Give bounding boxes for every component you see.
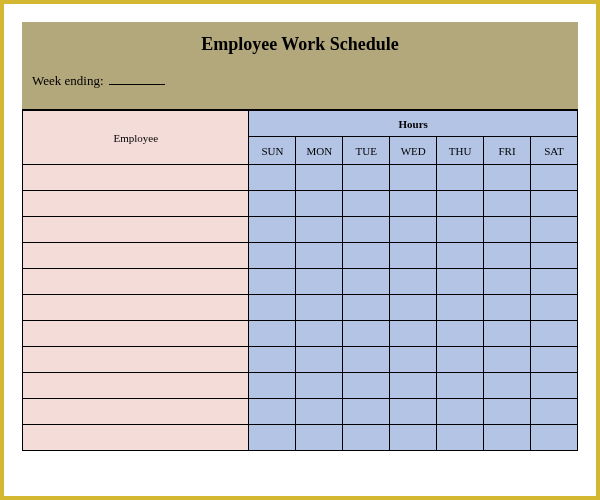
hour-cell[interactable] bbox=[437, 295, 484, 321]
hour-cell[interactable] bbox=[343, 243, 390, 269]
employee-cell[interactable] bbox=[23, 373, 249, 399]
hour-cell[interactable] bbox=[296, 269, 343, 295]
hour-cell[interactable] bbox=[296, 347, 343, 373]
hour-cell[interactable] bbox=[390, 217, 437, 243]
hour-cell[interactable] bbox=[249, 425, 296, 451]
week-ending-label: Week ending: bbox=[32, 73, 104, 89]
employee-cell[interactable] bbox=[23, 425, 249, 451]
hour-cell[interactable] bbox=[531, 295, 578, 321]
hour-cell[interactable] bbox=[249, 243, 296, 269]
hour-cell[interactable] bbox=[390, 269, 437, 295]
hour-cell[interactable] bbox=[484, 399, 531, 425]
hour-cell[interactable] bbox=[531, 269, 578, 295]
hour-cell[interactable] bbox=[296, 399, 343, 425]
hour-cell[interactable] bbox=[437, 425, 484, 451]
hour-cell[interactable] bbox=[390, 425, 437, 451]
hour-cell[interactable] bbox=[296, 295, 343, 321]
hour-cell[interactable] bbox=[343, 217, 390, 243]
hour-cell[interactable] bbox=[437, 217, 484, 243]
hour-cell[interactable] bbox=[437, 347, 484, 373]
hour-cell[interactable] bbox=[437, 191, 484, 217]
hour-cell[interactable] bbox=[484, 373, 531, 399]
hour-cell[interactable] bbox=[343, 165, 390, 191]
hour-cell[interactable] bbox=[343, 425, 390, 451]
hour-cell[interactable] bbox=[484, 191, 531, 217]
day-header-mon: MON bbox=[296, 137, 343, 165]
hour-cell[interactable] bbox=[531, 243, 578, 269]
table-row bbox=[23, 191, 578, 217]
hour-cell[interactable] bbox=[343, 321, 390, 347]
employee-cell[interactable] bbox=[23, 191, 249, 217]
hour-cell[interactable] bbox=[484, 243, 531, 269]
hour-cell[interactable] bbox=[437, 243, 484, 269]
hour-cell[interactable] bbox=[296, 321, 343, 347]
hour-cell[interactable] bbox=[296, 243, 343, 269]
hour-cell[interactable] bbox=[343, 347, 390, 373]
employee-cell[interactable] bbox=[23, 243, 249, 269]
hour-cell[interactable] bbox=[343, 269, 390, 295]
hour-cell[interactable] bbox=[437, 373, 484, 399]
hour-cell[interactable] bbox=[296, 373, 343, 399]
hour-cell[interactable] bbox=[249, 191, 296, 217]
hour-cell[interactable] bbox=[484, 321, 531, 347]
hour-cell[interactable] bbox=[249, 321, 296, 347]
hour-cell[interactable] bbox=[296, 191, 343, 217]
employee-cell[interactable] bbox=[23, 217, 249, 243]
hour-cell[interactable] bbox=[484, 347, 531, 373]
day-header-fri: FRI bbox=[484, 137, 531, 165]
hour-cell[interactable] bbox=[531, 321, 578, 347]
hour-cell[interactable] bbox=[390, 243, 437, 269]
employee-cell[interactable] bbox=[23, 321, 249, 347]
hour-cell[interactable] bbox=[484, 425, 531, 451]
hour-cell[interactable] bbox=[343, 191, 390, 217]
hour-cell[interactable] bbox=[531, 399, 578, 425]
table-row bbox=[23, 399, 578, 425]
week-ending-input-line[interactable] bbox=[109, 84, 165, 85]
hour-cell[interactable] bbox=[390, 165, 437, 191]
content-area: Employee Work Schedule Week ending: Empl… bbox=[22, 22, 578, 478]
hour-cell[interactable] bbox=[249, 373, 296, 399]
hours-column-header: Hours bbox=[249, 111, 578, 137]
hour-cell[interactable] bbox=[531, 347, 578, 373]
schedule-table: Employee Hours SUN MON TUE WED THU FRI S… bbox=[22, 110, 578, 451]
hour-cell[interactable] bbox=[249, 165, 296, 191]
week-ending-field: Week ending: bbox=[32, 73, 568, 89]
hour-cell[interactable] bbox=[249, 295, 296, 321]
hour-cell[interactable] bbox=[390, 347, 437, 373]
hour-cell[interactable] bbox=[390, 399, 437, 425]
day-header-sat: SAT bbox=[531, 137, 578, 165]
hour-cell[interactable] bbox=[390, 191, 437, 217]
hour-cell[interactable] bbox=[437, 399, 484, 425]
hour-cell[interactable] bbox=[296, 217, 343, 243]
hour-cell[interactable] bbox=[484, 217, 531, 243]
hour-cell[interactable] bbox=[437, 321, 484, 347]
hour-cell[interactable] bbox=[531, 425, 578, 451]
hour-cell[interactable] bbox=[484, 295, 531, 321]
hour-cell[interactable] bbox=[390, 321, 437, 347]
employee-cell[interactable] bbox=[23, 399, 249, 425]
day-header-sun: SUN bbox=[249, 137, 296, 165]
hour-cell[interactable] bbox=[531, 373, 578, 399]
employee-cell[interactable] bbox=[23, 295, 249, 321]
hour-cell[interactable] bbox=[343, 399, 390, 425]
hour-cell[interactable] bbox=[531, 191, 578, 217]
hour-cell[interactable] bbox=[249, 347, 296, 373]
hour-cell[interactable] bbox=[437, 165, 484, 191]
hour-cell[interactable] bbox=[343, 295, 390, 321]
hour-cell[interactable] bbox=[390, 295, 437, 321]
hour-cell[interactable] bbox=[390, 373, 437, 399]
hour-cell[interactable] bbox=[531, 217, 578, 243]
employee-cell[interactable] bbox=[23, 165, 249, 191]
employee-cell[interactable] bbox=[23, 269, 249, 295]
hour-cell[interactable] bbox=[437, 269, 484, 295]
hour-cell[interactable] bbox=[484, 165, 531, 191]
hour-cell[interactable] bbox=[531, 165, 578, 191]
hour-cell[interactable] bbox=[249, 217, 296, 243]
hour-cell[interactable] bbox=[296, 165, 343, 191]
employee-cell[interactable] bbox=[23, 347, 249, 373]
hour-cell[interactable] bbox=[343, 373, 390, 399]
hour-cell[interactable] bbox=[484, 269, 531, 295]
hour-cell[interactable] bbox=[249, 399, 296, 425]
hour-cell[interactable] bbox=[249, 269, 296, 295]
hour-cell[interactable] bbox=[296, 425, 343, 451]
